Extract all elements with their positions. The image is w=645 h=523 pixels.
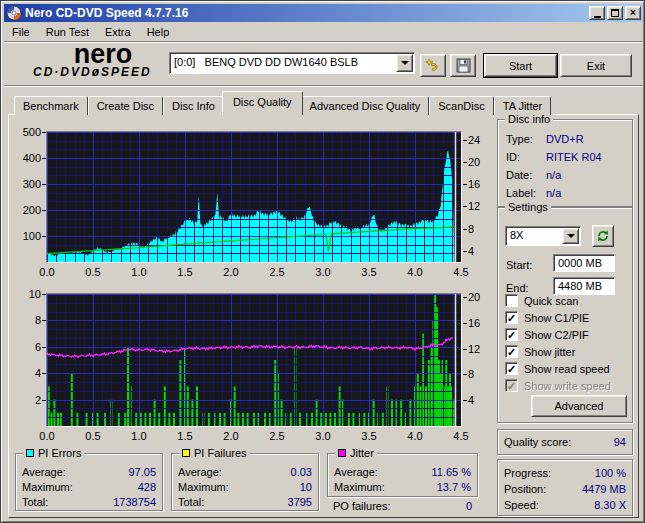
menu-item-help[interactable]: Help — [139, 23, 178, 41]
pi-errors-chart-plot — [47, 132, 461, 262]
left-axis-tick-label: 10 — [5, 288, 41, 300]
axis-tick — [42, 373, 46, 374]
exit-button[interactable]: Exit — [560, 54, 632, 77]
options-button[interactable] — [420, 54, 446, 77]
pi-failures-swatch — [182, 449, 190, 457]
progress-row: Progress:100 % — [504, 466, 626, 480]
checkbox-show-c1-pie[interactable]: ✓ — [505, 311, 518, 324]
tab-advanced-disc-quality[interactable]: Advanced Disc Quality — [301, 96, 430, 115]
x-axis-tick-label: 4.0 — [400, 430, 430, 442]
stats-value: 1738754 — [113, 496, 156, 508]
disc-info-value: DVD+R — [546, 133, 584, 145]
po-failures-value: 0 — [466, 500, 472, 512]
menu-item-run-test[interactable]: Run Test — [38, 23, 97, 41]
disc-info-value: RITEK R04 — [546, 151, 602, 163]
stats-label: Maximum: — [178, 481, 229, 493]
progress-row: Speed:8.30 X — [504, 498, 626, 512]
field-input-start[interactable]: 0000 MB — [553, 254, 615, 272]
disc-info-value: n/a — [546, 169, 561, 181]
save-button[interactable] — [450, 54, 476, 77]
field-input-end[interactable]: 4480 MB — [553, 277, 615, 295]
drive-select-value: [0:0] BENQ DVD DD DW1640 BSLB — [170, 53, 414, 71]
disc-info-row: Label:n/a — [506, 187, 626, 199]
progress-label: Position: — [504, 483, 546, 495]
checkbox-quick-scan[interactable] — [505, 294, 518, 307]
minimize-button[interactable] — [589, 6, 605, 20]
stats-group-jitter: JitterAverage:11.65 %Maximum:13.7 % — [327, 453, 478, 497]
progress-label: Progress: — [504, 467, 551, 479]
drive-select[interactable]: [0:0] BENQ DVD DD DW1640 BSLB — [169, 52, 415, 74]
settings-title: Settings — [505, 201, 551, 213]
stats-value: 11.65 % — [431, 466, 471, 478]
right-axis-tick-label: 12 — [468, 200, 480, 212]
progress-group: Progress:100 %Position:4479 MBSpeed:8.30… — [497, 459, 633, 516]
stats-row: Maximum:10 — [178, 480, 312, 494]
axis-tick — [463, 374, 467, 375]
chevron-down-icon — [567, 234, 575, 242]
x-axis-tick-label: 2.5 — [262, 266, 292, 278]
tab-benchmark[interactable]: Benchmark — [14, 96, 88, 115]
axis-tick — [463, 323, 467, 324]
close-button[interactable]: × — [625, 6, 641, 20]
pif-jitter-chart — [46, 293, 462, 427]
disc-info-row: ID:RITEK R04 — [506, 151, 626, 163]
stats-label: Maximum: — [22, 481, 73, 493]
stats-label: Average: — [178, 466, 222, 478]
tab-disc-quality[interactable]: Disc Quality — [222, 91, 303, 115]
x-axis-tick-label: 3.0 — [308, 430, 338, 442]
stats-group-title: PI Errors — [23, 447, 84, 459]
maximize-icon — [611, 9, 619, 17]
right-axis-tick-label: 4 — [468, 394, 474, 406]
left-axis-tick-label: 6 — [5, 341, 41, 353]
tab-create-disc[interactable]: Create Disc — [88, 96, 163, 115]
start-button[interactable]: Start — [484, 54, 557, 77]
chevron-down-icon — [401, 61, 409, 69]
right-axis-tick-label: 20 — [468, 291, 480, 303]
stats-row: Total:3795 — [178, 495, 312, 509]
x-axis-tick-label: 4.5 — [446, 266, 476, 278]
x-axis-tick-label: 2.0 — [216, 266, 246, 278]
left-axis-tick-label: 300 — [5, 178, 41, 190]
checkbox-label: Show C1/PIE — [524, 312, 589, 324]
disc-info-row: Date:n/a — [506, 169, 626, 181]
progress-value: 8.30 X — [594, 499, 626, 511]
axis-tick — [463, 349, 467, 350]
tab-disc-info[interactable]: Disc Info — [163, 96, 224, 115]
stats-group-title: Jitter — [335, 447, 377, 459]
checkbox-show-jitter[interactable]: ✓ — [505, 345, 518, 358]
axis-tick — [42, 132, 46, 133]
title-bar[interactable]: Nero CD-DVD Speed 4.7.7.16 × — [4, 4, 643, 22]
advanced-button[interactable]: Advanced — [531, 395, 627, 417]
stats-row: Total:1738754 — [22, 495, 156, 509]
pif-jitter-chart-plot — [47, 294, 461, 426]
jitter-swatch — [338, 449, 346, 457]
axis-tick — [42, 320, 46, 321]
stats-value: 10 — [300, 481, 312, 493]
app-window: Nero CD-DVD Speed 4.7.7.16 × FileRun Tes… — [0, 0, 645, 523]
stats-group-pi-errors: PI ErrorsAverage:97.05Maximum:428Total:1… — [15, 453, 163, 511]
nero-logo: nero CD·DVDøSPEED — [33, 43, 173, 79]
refresh-button[interactable] — [592, 225, 614, 247]
checkbox-show-c2-pif[interactable]: ✓ — [505, 328, 518, 341]
speed-select[interactable]: 8X — [505, 226, 581, 246]
tab-scandisc[interactable]: ScanDisc — [429, 96, 493, 115]
axis-tick — [42, 347, 46, 348]
maximize-button[interactable] — [607, 6, 623, 20]
disc-info-label: Label: — [506, 187, 546, 199]
tab-bar: BenchmarkCreate DiscDisc InfoDisc Qualit… — [14, 91, 551, 115]
options-tools-icon — [425, 58, 441, 74]
drive-select-arrow[interactable] — [396, 54, 413, 72]
menu-item-file[interactable]: File — [4, 23, 38, 41]
axis-tick — [463, 400, 467, 401]
quality-score-label: Quality score: — [504, 436, 571, 448]
close-icon: × — [630, 8, 636, 18]
right-axis-tick-label: 4 — [468, 245, 474, 257]
tab-ta-jitter[interactable]: TA Jitter — [494, 96, 552, 115]
disc-info-value: n/a — [546, 187, 561, 199]
menu-item-extra[interactable]: Extra — [97, 23, 139, 41]
checkbox-show-read-speed[interactable]: ✓ — [505, 362, 518, 375]
speed-select-arrow[interactable] — [562, 228, 579, 244]
left-axis-tick-label: 200 — [5, 204, 41, 216]
stats-group-pi-failures: PI FailuresAverage:0.03Maximum:10Total:3… — [171, 453, 319, 511]
left-axis-tick-label: 100 — [5, 230, 41, 242]
